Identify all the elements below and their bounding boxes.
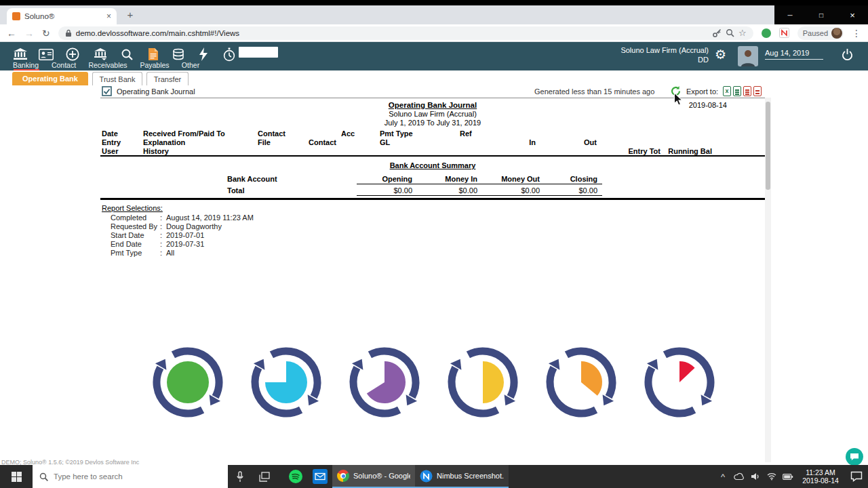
contact-icon[interactable]	[38, 47, 54, 62]
url-bar[interactable]: demo.devlossoftware.com/main.cshtml#!/Vi…	[58, 26, 753, 40]
new-tab-button[interactable]: +	[125, 9, 136, 20]
bookmark-star-icon[interactable]: ☆	[738, 28, 747, 38]
logo-pie-three-quarter	[246, 342, 326, 424]
tray-expand-icon[interactable]: ^	[715, 465, 731, 488]
summary-col-opening: Opening	[358, 175, 412, 183]
date-field[interactable]: Aug 14, 2019	[765, 49, 823, 60]
col-in: In	[506, 138, 536, 146]
export-icons: x	[723, 86, 762, 96]
chrome-icon	[337, 470, 349, 482]
quick-search-input[interactable]	[239, 47, 278, 58]
selections-title: Report Selections:	[102, 204, 163, 212]
app-toolbar: Banking Contact Receivables Payables Oth…	[0, 42, 868, 70]
taskbar-app-soluno[interactable]: Soluno® - Google...	[332, 465, 415, 488]
colon: :	[160, 214, 162, 222]
export-excel-icon[interactable]: x	[723, 86, 731, 96]
start-button[interactable]	[0, 465, 33, 488]
logo-pie-eighth	[639, 342, 719, 424]
colon: :	[160, 249, 162, 257]
tab-operating-bank[interactable]: Operating Bank	[12, 72, 88, 85]
export-csv-icon[interactable]	[733, 86, 741, 96]
nav-contact[interactable]: Contact	[52, 61, 76, 69]
nav-payables[interactable]: Payables	[140, 61, 169, 69]
browser-tab[interactable]: Soluno® ×	[7, 8, 117, 24]
scrollbar-thumb[interactable]	[766, 102, 770, 190]
tab-transfer[interactable]: Transfer	[146, 72, 189, 85]
taskbar-app-nimbus[interactable]: Nimbus Screenshot...	[415, 465, 509, 488]
search-icon[interactable]	[119, 47, 135, 62]
zoom-icon[interactable]	[726, 28, 734, 37]
quick-action-bolt-icon[interactable]	[195, 47, 212, 62]
soluno-favicon-icon	[12, 12, 20, 20]
receivables-icon[interactable]	[92, 47, 108, 62]
export-pdf-icon[interactable]	[743, 86, 751, 96]
tray-cloud-icon[interactable]	[731, 465, 747, 488]
tray-battery-icon[interactable]	[780, 465, 796, 488]
col-received: Received From/Paid To	[143, 129, 225, 138]
window-controls: ─ □ ×	[774, 5, 868, 24]
profile-paused-badge[interactable]: Paused	[797, 26, 844, 40]
banking-icon[interactable]	[12, 47, 28, 62]
col-contact-2: Contact	[309, 138, 336, 146]
logo-pie-third	[541, 342, 621, 424]
tab-trust-bank[interactable]: Trust Bank	[92, 72, 142, 85]
user-avatar[interactable]	[738, 46, 758, 66]
task-view-icon[interactable]	[252, 465, 277, 488]
col-explanation: Explanation	[143, 138, 185, 146]
selection-value: 2019-07-31	[166, 240, 204, 248]
nav-receivables[interactable]: Receivables	[88, 61, 127, 69]
nav-banking[interactable]: Banking	[13, 61, 39, 69]
clock-time: 11:23 AM	[806, 468, 835, 476]
payables-icon[interactable]	[145, 47, 161, 62]
taskbar: Soluno® - Google... Nimbus Screenshot...…	[0, 465, 868, 488]
taskbar-clock[interactable]: 11:23 AM 2019-08-14	[796, 465, 845, 488]
nimbus-extension-icon[interactable]	[779, 28, 789, 38]
close-button[interactable]: ×	[837, 5, 868, 24]
gear-icon[interactable]: ⚙	[715, 47, 726, 62]
tab-strip: Soluno® × + ─ □ ×	[0, 5, 868, 24]
col-user: User	[102, 147, 118, 155]
taskbar-app-label: Nimbus Screenshot...	[437, 472, 504, 480]
reload-icon[interactable]: ↻	[42, 28, 50, 38]
section-divider	[100, 155, 765, 157]
export-pdf-print-icon[interactable]	[753, 86, 762, 96]
col-pmt-type: Pmt Type	[380, 129, 413, 138]
other-icon[interactable]	[170, 47, 186, 62]
summary-total-opening: $0.00	[358, 186, 412, 195]
browser-menu-icon[interactable]: ⋮	[852, 28, 861, 39]
report-toolbar-title: Operating Bank Journal	[117, 87, 195, 96]
summary-title: Bank Account Summary	[100, 161, 765, 169]
extension-green-icon[interactable]	[762, 28, 771, 38]
summary-col-money-in: Money In	[418, 175, 477, 183]
key-icon[interactable]	[712, 28, 722, 38]
taskbar-search-input[interactable]	[54, 472, 203, 481]
url-text: demo.devlossoftware.com/main.cshtml#!/Vi…	[76, 29, 708, 37]
tray-volume-icon[interactable]	[747, 465, 764, 488]
back-icon[interactable]: ←	[7, 28, 16, 38]
mail-icon[interactable]	[308, 465, 332, 488]
add-icon[interactable]	[64, 47, 81, 62]
spotify-icon[interactable]	[283, 465, 308, 488]
selection-value: Doug Dagworthy	[166, 222, 222, 230]
summary-col-closing: Closing	[545, 175, 597, 183]
vertical-scrollbar[interactable]	[765, 98, 771, 462]
action-center-icon[interactable]	[845, 465, 868, 488]
chat-widget-button[interactable]	[845, 447, 864, 466]
firm-menu[interactable]: Soluno Law Firm (Accrual) DD	[580, 45, 709, 64]
mouse-cursor	[673, 92, 684, 110]
user-initials: DD	[580, 55, 709, 64]
logo-pie-half	[443, 342, 523, 424]
power-icon[interactable]	[841, 48, 854, 64]
forward-icon[interactable]: →	[24, 28, 34, 38]
maximize-button[interactable]: □	[806, 5, 837, 24]
banner	[140, 333, 727, 432]
microphone-icon[interactable]	[228, 465, 252, 488]
taskbar-search[interactable]	[33, 465, 228, 488]
tray-network-icon[interactable]	[764, 465, 780, 488]
tab-close-icon[interactable]: ×	[106, 12, 111, 20]
content-area: Operating Bank Journal Generated less th…	[0, 85, 868, 465]
minimize-button[interactable]: ─	[774, 5, 806, 24]
col-history: History	[143, 147, 169, 155]
timer-icon[interactable]	[221, 47, 237, 62]
nav-other[interactable]: Other	[182, 61, 199, 69]
